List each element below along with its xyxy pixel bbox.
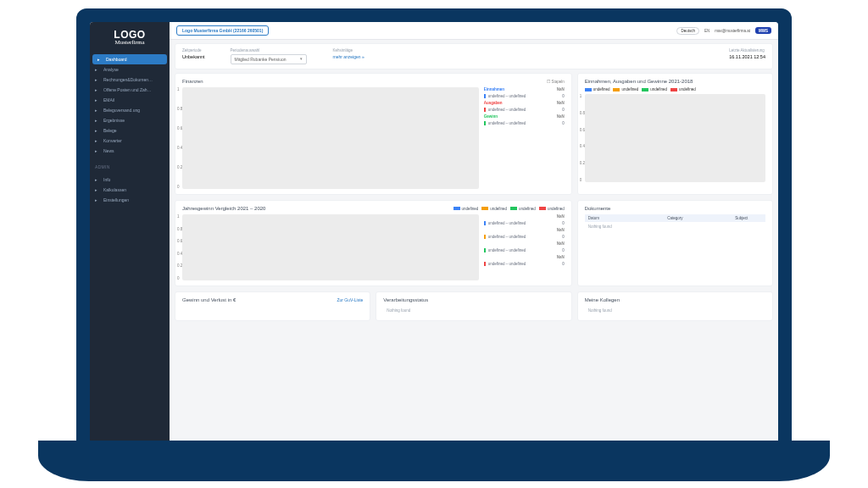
admin-section-label: ADMIN bbox=[90, 159, 170, 171]
sidebar-item-label: Rechnungen&Dokumen… bbox=[103, 77, 153, 82]
dokumente-header: Datum Category Subject bbox=[585, 214, 765, 222]
topbar-right: Deutsch EN max@musterfirma.at MWS bbox=[676, 27, 771, 35]
dokumente-title: Dokumente bbox=[585, 206, 611, 211]
filter-bar: Zeitperiode Unbekannt Periodenauswahl Mi… bbox=[175, 43, 773, 69]
legend-item: undefined bbox=[481, 207, 507, 211]
col-datum[interactable]: Datum bbox=[588, 216, 629, 220]
sidebar-item-label: Analyse bbox=[103, 67, 119, 72]
finanzen-metrics: EinnahmenNaNundefined – undefined0Ausgab… bbox=[484, 87, 565, 189]
sidebar-item-label: Dashboard bbox=[106, 57, 126, 62]
nav-icon: ▸ bbox=[95, 108, 100, 113]
sidebar-item-label: Kalkulassen bbox=[103, 187, 126, 192]
filter-period-select: Periodenauswahl Mitglied Rubanke Pensiuo… bbox=[231, 48, 308, 64]
updated-value: 16.11.2021 12:54 bbox=[729, 54, 765, 59]
legend-item: undefined bbox=[670, 87, 696, 92]
main-area: Logo Musterfirma GmbH (22166 260501) Deu… bbox=[170, 22, 778, 466]
guv-title: Gewinn und Verlust in € bbox=[182, 297, 236, 302]
app-screen: LOGO Musterfirma ▸Dashboard▸Analyse▸Rech… bbox=[90, 22, 778, 466]
sidebar-item-email[interactable]: ▸EMAil bbox=[90, 95, 170, 105]
language-selector[interactable]: Deutsch bbox=[676, 27, 699, 35]
stapeln-toggle[interactable]: ☐ Stapeln bbox=[547, 80, 565, 84]
filter-period: Zeitperiode Unbekannt bbox=[182, 48, 205, 64]
sidebar-item-einstellungen[interactable]: ▸Einstellungen bbox=[90, 195, 170, 205]
nav-icon: ▸ bbox=[95, 177, 100, 182]
sidebar-item-kalkulassen[interactable]: ▸Kalkulassen bbox=[90, 185, 170, 195]
nav-icon: ▸ bbox=[95, 77, 100, 82]
finanzen-chart bbox=[182, 87, 479, 189]
nav-icon: ▸ bbox=[95, 118, 100, 123]
admin-nav: ▸Info▸Kalkulassen▸Einstellungen bbox=[90, 171, 170, 208]
vergleich-chart bbox=[182, 214, 479, 280]
filter-updated: Letzte Aktualisierung 16.11.2021 12:54 bbox=[729, 48, 765, 64]
legend-item: undefined bbox=[510, 207, 536, 211]
sidebar-item-news[interactable]: ▸News bbox=[90, 146, 170, 156]
sidebar-item-label: Beleguversand.ung bbox=[103, 108, 140, 113]
sidebar-item-dashboard[interactable]: ▸Dashboard bbox=[92, 54, 167, 64]
col-category[interactable]: Category bbox=[654, 216, 695, 220]
user-email: max@musterfirma.at bbox=[715, 29, 750, 33]
legend-item: undefined bbox=[585, 87, 610, 92]
card-guv: Gewinn und Verlust in € Zur GuV-Liste bbox=[175, 291, 370, 321]
card-einnahmen: Einnahmen, Ausgaben und Gewinne 2021-201… bbox=[577, 73, 773, 195]
card-dokumente: Dokumente Datum Category Subject Nothing… bbox=[577, 200, 773, 286]
period-select-label: Periodenauswahl bbox=[231, 48, 308, 53]
einnahmen-chart bbox=[585, 94, 765, 182]
nav-icon: ▸ bbox=[95, 148, 100, 153]
sidebar: LOGO Musterfirma ▸Dashboard▸Analyse▸Rech… bbox=[90, 22, 170, 466]
dashboard-grid: Finanzen ☐ Stapeln 10.80.60.40.20 Einnah… bbox=[170, 73, 778, 466]
amounts-label: Kehsimläge bbox=[332, 48, 364, 53]
nav-icon: ▸ bbox=[95, 187, 100, 192]
card-finanzen: Finanzen ☐ Stapeln 10.80.60.40.20 Einnah… bbox=[175, 73, 572, 195]
dokumente-empty: Nothing found bbox=[585, 222, 765, 231]
finanzen-title: Finanzen bbox=[182, 79, 203, 84]
updated-label: Letzte Aktualisierung bbox=[729, 48, 765, 53]
card-kollegen: Meine Kollegen Nothing found bbox=[577, 291, 773, 321]
col-subject[interactable]: Subject bbox=[721, 216, 762, 220]
sidebar-item-label: Konverter bbox=[103, 138, 122, 143]
legend-item: undefined bbox=[613, 87, 638, 92]
nav-icon: ▸ bbox=[95, 67, 100, 72]
main-nav: ▸Dashboard▸Analyse▸Rechnungen&Dokumen…▸O… bbox=[90, 51, 170, 159]
einnahmen-yaxis: 10.80.60.40.20 bbox=[580, 94, 585, 182]
vergleich-title: Jahresgewinn Vergleich 2021 – 2020 bbox=[182, 206, 265, 211]
user-avatar-badge[interactable]: MWS bbox=[755, 27, 771, 34]
einnahmen-title: Einnahmen, Ausgaben und Gewinne 2021-201… bbox=[585, 79, 693, 84]
logo-block: LOGO Musterfirma bbox=[90, 22, 170, 51]
guv-link[interactable]: Zur GuV-Liste bbox=[337, 297, 363, 302]
sidebar-item-label: Ergebnisse bbox=[103, 118, 125, 123]
status-empty: Nothing found bbox=[383, 306, 564, 315]
company-selector[interactable]: Logo Musterfirma GmbH (22166 260501) bbox=[176, 25, 269, 36]
sidebar-item-label: Offene Posten und Zah… bbox=[103, 87, 152, 92]
vergleich-metrics: NaNundefined – undefined0NaNundefined – … bbox=[484, 214, 565, 280]
sidebar-item-label: Info bbox=[103, 177, 110, 182]
sidebar-item-label: Belege bbox=[103, 128, 117, 133]
filter-amounts: Kehsimläge mehr anzeigen » bbox=[332, 48, 364, 64]
kollegen-title: Meine Kollegen bbox=[585, 297, 620, 302]
legend-item: undefined bbox=[453, 207, 479, 211]
period-value: Unbekannt bbox=[182, 54, 205, 59]
sidebar-item-belege[interactable]: ▸Belege bbox=[90, 125, 170, 136]
sidebar-item-offene-posten-und-zah-[interactable]: ▸Offene Posten und Zah… bbox=[90, 85, 170, 95]
card-status: Verarbeitungsstatus Nothing found bbox=[376, 291, 571, 321]
sidebar-item-label: EMAil bbox=[103, 97, 114, 103]
status-title: Verarbeitungsstatus bbox=[383, 297, 428, 302]
logo-tagline: Musterfirma bbox=[95, 39, 164, 46]
legend-item: undefined bbox=[642, 87, 667, 92]
sidebar-item-ergebnisse[interactable]: ▸Ergebnisse bbox=[90, 115, 170, 125]
vergleich-legend: undefinedundefinedundefinedundefined bbox=[453, 207, 565, 211]
topbar: Logo Musterfirma GmbH (22166 260501) Deu… bbox=[170, 22, 778, 40]
amounts-more-link[interactable]: mehr anzeigen » bbox=[332, 54, 364, 59]
laptop-frame: LOGO Musterfirma ▸Dashboard▸Analyse▸Rech… bbox=[76, 8, 792, 466]
sidebar-item-info[interactable]: ▸Info bbox=[90, 175, 170, 185]
lang-short: EN bbox=[704, 29, 709, 33]
nav-icon: ▸ bbox=[95, 128, 100, 133]
nav-icon: ▸ bbox=[95, 97, 100, 103]
period-select[interactable]: Mitglied Rubanke Pensiuon bbox=[231, 54, 308, 64]
sidebar-item-konverter[interactable]: ▸Konverter bbox=[90, 136, 170, 146]
sidebar-item-beleguversand-ung[interactable]: ▸Beleguversand.ung bbox=[90, 105, 170, 115]
sidebar-item-analyse[interactable]: ▸Analyse bbox=[90, 64, 170, 75]
period-label: Zeitperiode bbox=[182, 48, 205, 53]
legend-item: undefined bbox=[539, 207, 565, 211]
sidebar-item-rechnungen-dokumen-[interactable]: ▸Rechnungen&Dokumen… bbox=[90, 75, 170, 85]
nav-icon: ▸ bbox=[95, 87, 100, 92]
